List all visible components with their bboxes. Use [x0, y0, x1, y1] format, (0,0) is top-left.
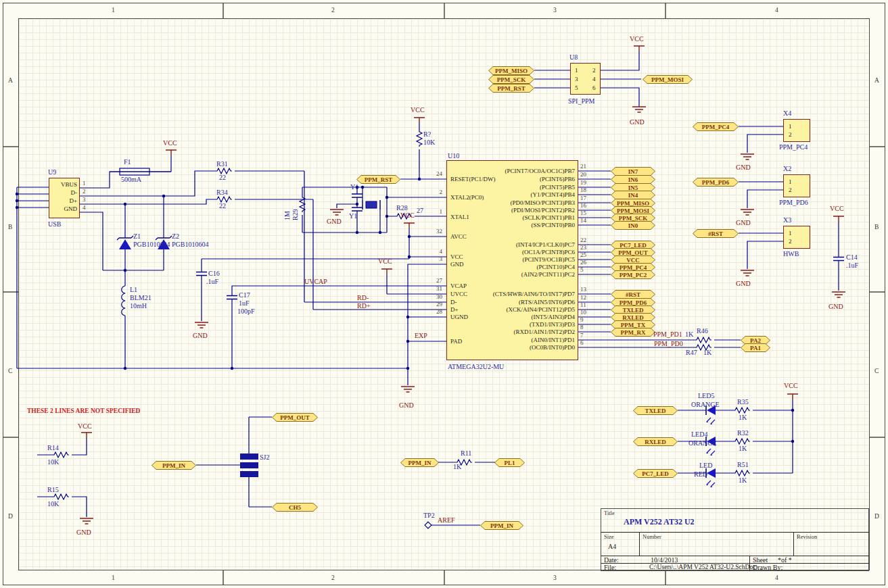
port-in6[interactable]: IN6	[611, 175, 655, 184]
u8-pin-5: 5	[575, 85, 578, 91]
port-txled[interactable]: TXLED	[633, 406, 678, 415]
port-rxled[interactable]: RXLED	[633, 437, 678, 446]
u8-name: SPI_PPM	[568, 98, 594, 105]
port-ppm-rst[interactable]: PPM_RST	[356, 175, 400, 184]
x2-pin-2: 2	[789, 187, 792, 193]
component-x3[interactable]	[783, 226, 810, 249]
z2-ref: Z2	[172, 233, 179, 240]
y1-ref-top: Y1	[350, 184, 358, 191]
u10-pin-pd0: (OC0B/INT0)PD0	[446, 345, 575, 351]
port-in4[interactable]: IN4	[611, 191, 655, 199]
u10-part: ATMEGA32U2-MU	[448, 364, 504, 370]
component-x2[interactable]	[783, 174, 810, 197]
port-ppm-rx[interactable]: PPM_RX	[611, 328, 655, 337]
led-red-ref: LED	[699, 462, 712, 469]
u10-pin-pd5: (XCK/AIN4/PCINT12)PD5	[446, 307, 575, 313]
tp2-ref: TP2	[423, 512, 435, 519]
u10-pin-pc4: (PCINT10)PC4	[446, 264, 575, 270]
r51-value: 1K	[739, 477, 747, 484]
port-ppm-miso[interactable]: PPM_MISO	[488, 66, 534, 75]
port-ppm-pd6-x2[interactable]: PPM_PD6	[693, 178, 739, 187]
u10-pin-num-12: 12	[580, 295, 586, 301]
u10-pin-num-19: 19	[580, 180, 586, 186]
r31-value: 22	[219, 174, 226, 181]
port-ppm-mosi[interactable]: PPM_MOSI	[642, 75, 693, 84]
x3-gnd-label: GND	[736, 280, 751, 287]
u10-pin-pd3: (TXD1/INT3)PD3	[446, 322, 575, 328]
r28-ref: R28	[396, 205, 408, 212]
u9-ref: U9	[48, 169, 56, 176]
sj2-ref: SJ2	[260, 454, 269, 461]
u8-pin-6: 6	[592, 85, 596, 91]
port-ppm-in-tp2[interactable]: PPM_IN	[480, 521, 523, 530]
c16-gnd-label: GND	[193, 333, 208, 339]
net-ppm-pd0: PPM_PD0	[654, 341, 683, 347]
led-vcc-label: VCC	[784, 383, 798, 389]
r46-value: 1K	[685, 331, 693, 338]
component-x4[interactable]	[783, 119, 810, 142]
u9-pin-num-2: 2	[83, 189, 86, 195]
testpoint-symbol[interactable]	[425, 522, 431, 529]
u10-pin-num-28: 28	[431, 309, 442, 315]
u10-pin-num-5: 5	[580, 267, 584, 273]
u9-pin-num-4: 4	[83, 205, 86, 211]
port-ppm-rst-u8[interactable]: PPM_RST	[488, 84, 534, 93]
x3-ref: X3	[783, 217, 791, 224]
r11-ref: R11	[461, 450, 471, 457]
fuse-symbol[interactable]	[110, 168, 171, 175]
u10-pin-vcap: VCAP	[450, 283, 467, 289]
u10-pin-num-30: 30	[431, 294, 442, 300]
u8-pin-4: 4	[592, 76, 596, 82]
sheet-value: *of *	[778, 557, 792, 564]
u8-pin-2: 2	[592, 68, 596, 74]
r14-ref: R14	[47, 445, 59, 451]
port-ppm-pc2-mcu[interactable]: PPM_PC2	[611, 270, 655, 279]
u10-pin-num-14: 14	[580, 218, 586, 224]
solder-jumper-sj2[interactable]	[240, 454, 258, 477]
u9-pin-num-3: 3	[83, 197, 86, 203]
u9-label: USB	[48, 221, 61, 228]
port-rst-x3[interactable]: #RST	[693, 229, 739, 238]
file-value: C:\Users\..\APM V252 AT32-U2.SchDoc	[649, 564, 755, 571]
r15-ref: R15	[47, 487, 59, 493]
x3-pin-2: 2	[789, 239, 792, 245]
u10-pin-num-17: 17	[580, 195, 586, 201]
x4-ref: X4	[783, 110, 791, 117]
port-ch5[interactable]: CH5	[272, 503, 318, 512]
u10-pin-num-22: 22	[580, 237, 586, 243]
u10-pin-num-1: 1	[431, 209, 442, 215]
port-pa1[interactable]: PA1	[741, 343, 770, 352]
u10-pin-pb1: (SCLK/PCINT1)PB1	[446, 215, 575, 221]
port-in7[interactable]: IN7	[611, 167, 655, 176]
r15-gnd-label: GND	[76, 529, 91, 536]
u10-ref: U10	[448, 153, 459, 160]
size-value: A4	[608, 543, 616, 550]
c17-value2: 100pF	[237, 308, 255, 315]
u10-pin-num-10: 10	[580, 310, 586, 316]
port-ppm-pc4-x4[interactable]: PPM_PC4	[693, 122, 739, 131]
port-ppm-in-r11[interactable]: PPM_IN	[400, 458, 439, 467]
u10-pin-num-9: 9	[580, 317, 584, 323]
r14-vcc-label: VCC	[78, 423, 92, 430]
x2-gnd-label: GND	[736, 220, 751, 226]
inductor-symbol[interactable]	[122, 286, 125, 316]
u9-pin-gnd: GND	[51, 206, 77, 212]
crystal-symbol[interactable]	[363, 200, 380, 210]
port-pc7-led[interactable]: PC7_LED	[633, 469, 678, 478]
f1-ref: F1	[124, 159, 131, 166]
zener-diode-z1[interactable]	[117, 236, 133, 249]
u10-pin-pb2: (PDI/MOSI/PCINT2)PB2	[446, 207, 575, 214]
net-rd-plus: RD+	[357, 303, 371, 310]
u10-pin-num-27: 27	[431, 278, 442, 284]
u10-pin-num-32: 32	[431, 228, 442, 235]
r28-value: 27	[417, 207, 423, 214]
port-rst-mcu[interactable]: #RST	[611, 290, 655, 299]
port-in0[interactable]: IN0	[611, 221, 655, 230]
port-ppm-sck[interactable]: PPM_SCK	[488, 75, 534, 84]
c14-ref: C14	[846, 254, 858, 261]
port-ppm-out[interactable]: PPM_OUT	[272, 413, 318, 422]
c14-gnd-label: GND	[828, 303, 843, 310]
rq-vcc-label: VCC	[411, 107, 425, 114]
port-ppm-in-sj2[interactable]: PPM_IN	[151, 461, 196, 470]
port-pl1[interactable]: PL1	[494, 458, 525, 467]
